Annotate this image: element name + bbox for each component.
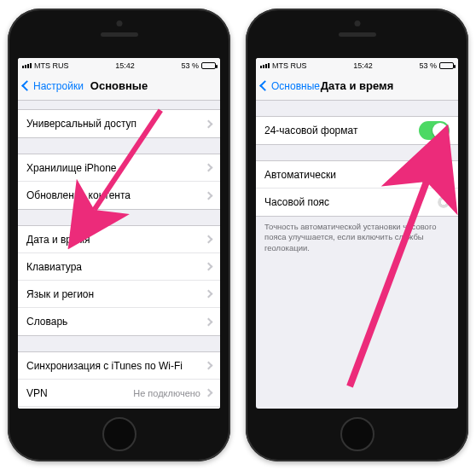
back-button[interactable]: Основные [261,80,320,92]
footnote: Точность автоматической установки часово… [256,217,458,258]
row-label: Словарь [26,316,67,328]
battery-icon [439,62,454,69]
toggle-auto[interactable] [419,165,450,184]
battery-icon [201,62,216,69]
chevron-right-icon [205,164,213,172]
phone-right: MTS RUS 15:42 53 % Основные Дата и время… [246,9,468,461]
group-general: Дата и время Клавиатура Язык и регион Сл… [18,225,220,336]
row-value: Не подключено [133,388,200,398]
home-button[interactable] [340,417,374,451]
chevron-right-icon [205,290,213,299]
row-label: VPN [26,387,48,399]
row-timezone[interactable]: Часовой пояс [256,189,458,216]
row-label: Хранилище iPhone [26,162,117,174]
nav-bar: Настройки Основные [18,72,220,101]
camera-dot [354,20,360,26]
row-background-refresh[interactable]: Обновление контента [18,182,220,209]
back-label: Настройки [33,80,84,92]
group-storage: Хранилище iPhone Обновление контента [18,154,220,210]
signal-icon [260,63,270,68]
status-bar: MTS RUS 15:42 53 % [256,58,458,72]
row-profile[interactable]: Профиль iOS 13 & iPadOS 13 Beta Soft... [18,407,220,409]
carrier-label: MTS RUS [34,61,69,70]
row-label: Автоматически [264,169,336,181]
row-label: Дата и время [26,234,90,246]
row-24h-format[interactable]: 24-часовой формат [256,117,458,144]
group-24h: 24-часовой формат [256,116,458,145]
group-auto: Автоматически Часовой пояс [256,160,458,217]
row-auto[interactable]: Автоматически [256,161,458,189]
battery-pct: 53 % [181,61,199,70]
row-dictionary[interactable]: Словарь [18,308,220,335]
row-label: Часовой пояс [264,196,329,208]
signal-icon [22,63,32,68]
carrier-label: MTS RUS [272,61,307,70]
chevron-left-icon [21,80,32,91]
screen-right: MTS RUS 15:42 53 % Основные Дата и время… [256,58,458,409]
back-button[interactable]: Настройки [23,80,84,92]
row-accessibility[interactable]: Универсальный доступ [18,110,220,137]
clock: 15:42 [115,61,135,70]
group-accessibility: Универсальный доступ [18,109,220,138]
row-vpn[interactable]: VPN Не подключено [18,380,220,407]
row-label: 24-часовой формат [264,125,357,136]
chevron-left-icon [259,80,270,91]
chevron-right-icon [205,317,213,326]
row-label: Универсальный доступ [26,118,136,130]
camera-dot [116,20,122,26]
nav-bar: Основные Дата и время [256,72,458,101]
row-label: Обновление контента [26,189,131,201]
chevron-right-icon [205,263,213,271]
chevron-right-icon [205,119,213,128]
home-button[interactable] [102,417,136,451]
speaker-slot [339,32,376,37]
row-storage[interactable]: Хранилище iPhone [18,154,220,182]
row-date-time[interactable]: Дата и время [18,226,220,253]
speaker-slot [101,32,138,37]
chevron-right-icon [205,235,213,244]
battery-pct: 53 % [419,61,437,70]
row-language-region[interactable]: Язык и регион [18,281,220,308]
row-label: Клавиатура [26,261,82,273]
back-label: Основные [271,80,320,92]
chevron-right-icon [205,389,213,397]
row-label: Язык и регион [26,288,94,300]
row-label: Синхронизация с iTunes по Wi-Fi [26,360,183,372]
spinner-icon [438,196,450,208]
clock: 15:42 [353,61,373,70]
status-bar: MTS RUS 15:42 53 % [18,58,220,72]
row-itunes-wifi[interactable]: Синхронизация с iTunes по Wi-Fi [18,352,220,380]
phone-left: MTS RUS 15:42 53 % Настройки Основные Ун… [8,9,230,461]
chevron-right-icon [205,191,213,200]
screen-left: MTS RUS 15:42 53 % Настройки Основные Ун… [18,58,220,409]
group-sync: Синхронизация с iTunes по Wi-Fi VPN Не п… [18,351,220,409]
row-keyboard[interactable]: Клавиатура [18,253,220,281]
toggle-24h[interactable] [419,121,450,140]
chevron-right-icon [205,362,213,370]
